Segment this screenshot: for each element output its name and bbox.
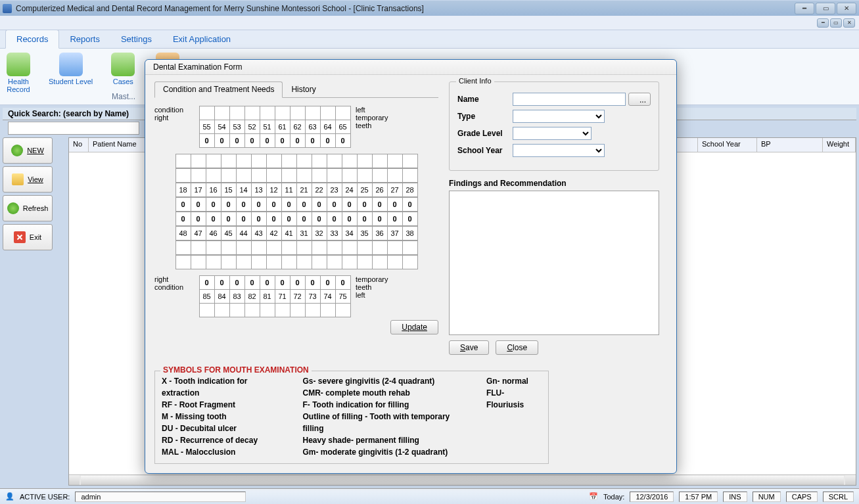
tooth-cell[interactable]: 0: [296, 197, 312, 212]
tooth-cell-empty[interactable]: [342, 168, 358, 183]
tab-reports[interactable]: Reports: [59, 30, 110, 48]
tooth-cell-empty[interactable]: [290, 106, 306, 120]
quick-search-input[interactable]: [8, 122, 139, 135]
tooth-cell[interactable]: 0: [199, 275, 215, 290]
tooth-cell-empty[interactable]: [372, 168, 388, 183]
tooth-cell-empty[interactable]: [266, 241, 282, 255]
schoolyear-select[interactable]: [513, 144, 605, 157]
tooth-cell[interactable]: 0: [260, 133, 275, 148]
tooth-cell-empty[interactable]: [260, 303, 275, 317]
tooth-cell-empty[interactable]: [221, 154, 237, 168]
tooth-cell[interactable]: 0: [305, 275, 321, 290]
child-maximize[interactable]: ▭: [830, 18, 842, 28]
ribbon-student-level[interactable]: Student Level: [49, 53, 93, 102]
tooth-cell[interactable]: 0: [327, 197, 342, 212]
tooth-cell-empty[interactable]: [327, 241, 342, 255]
tooth-cell-empty[interactable]: [372, 154, 388, 168]
tooth-cell-empty[interactable]: [251, 168, 267, 183]
tooth-cell-empty[interactable]: [327, 168, 342, 183]
tooth-cell-empty[interactable]: [342, 255, 358, 269]
tooth-cell-empty[interactable]: [312, 241, 327, 255]
tooth-cell-empty[interactable]: [402, 255, 418, 269]
tooth-cell[interactable]: 0: [281, 212, 297, 226]
tooth-cell-empty[interactable]: [305, 303, 321, 317]
tooth-cell-empty[interactable]: [372, 255, 388, 269]
tooth-cell[interactable]: 0: [251, 197, 267, 212]
tooth-cell-empty[interactable]: [244, 303, 260, 317]
tooth-cell-empty[interactable]: [221, 255, 237, 269]
type-select[interactable]: [513, 110, 605, 123]
tooth-cell[interactable]: 0: [320, 133, 336, 148]
tooth-cell-empty[interactable]: [357, 255, 373, 269]
tooth-cell[interactable]: 0: [357, 197, 373, 212]
tooth-cell[interactable]: 0: [312, 197, 327, 212]
tooth-cell[interactable]: 0: [320, 275, 336, 290]
tooth-cell-empty[interactable]: [335, 106, 351, 120]
tooth-cell-empty[interactable]: [320, 303, 336, 317]
tooth-cell-empty[interactable]: [175, 168, 191, 183]
tooth-cell[interactable]: 0: [296, 212, 312, 226]
tooth-cell-empty[interactable]: [275, 106, 290, 120]
tooth-cell[interactable]: 0: [281, 197, 297, 212]
tooth-cell-empty[interactable]: [229, 106, 245, 120]
tab-condition[interactable]: Condition and Treatment Needs: [154, 81, 283, 98]
tab-history[interactable]: History: [283, 81, 324, 97]
tooth-cell-empty[interactable]: [206, 255, 221, 269]
tooth-cell-empty[interactable]: [275, 303, 290, 317]
tooth-cell[interactable]: 0: [229, 133, 245, 148]
tooth-cell-empty[interactable]: [251, 154, 267, 168]
tooth-cell[interactable]: 0: [266, 197, 282, 212]
tooth-cell[interactable]: 0: [387, 197, 403, 212]
tooth-cell-empty[interactable]: [244, 106, 260, 120]
tooth-cell[interactable]: 0: [327, 212, 342, 226]
tooth-cell[interactable]: 0: [290, 133, 306, 148]
tooth-cell-empty[interactable]: [175, 241, 191, 255]
tooth-cell-empty[interactable]: [199, 106, 215, 120]
tooth-cell-empty[interactable]: [296, 255, 312, 269]
tooth-cell-empty[interactable]: [221, 168, 237, 183]
exit-button[interactable]: Exit: [3, 224, 53, 250]
tooth-cell[interactable]: 0: [206, 212, 221, 226]
tooth-cell-empty[interactable]: [387, 255, 403, 269]
tooth-cell-empty[interactable]: [342, 241, 358, 255]
tooth-cell[interactable]: 0: [290, 275, 306, 290]
tooth-cell[interactable]: 0: [275, 275, 290, 290]
tooth-cell-empty[interactable]: [312, 168, 327, 183]
tooth-cell-empty[interactable]: [387, 168, 403, 183]
tab-settings[interactable]: Settings: [110, 30, 162, 48]
tooth-cell[interactable]: 0: [387, 212, 403, 226]
tooth-cell-empty[interactable]: [296, 168, 312, 183]
tooth-cell-empty[interactable]: [191, 241, 206, 255]
tooth-cell-empty[interactable]: [206, 154, 221, 168]
tooth-cell[interactable]: 0: [275, 133, 290, 148]
tooth-cell-empty[interactable]: [357, 154, 373, 168]
tooth-cell[interactable]: 0: [236, 212, 252, 226]
th-bp[interactable]: BP: [757, 138, 823, 152]
tooth-cell[interactable]: 0: [221, 197, 237, 212]
tooth-cell[interactable]: 0: [260, 275, 275, 290]
tooth-cell[interactable]: 0: [305, 133, 321, 148]
tab-records[interactable]: Records: [5, 30, 59, 49]
tooth-cell[interactable]: 0: [372, 197, 388, 212]
tooth-cell-empty[interactable]: [281, 154, 297, 168]
child-minimize[interactable]: ━: [817, 18, 829, 28]
tooth-cell-empty[interactable]: [327, 255, 342, 269]
tooth-cell[interactable]: 0: [214, 133, 230, 148]
tooth-cell-empty[interactable]: [236, 241, 252, 255]
tooth-cell-empty[interactable]: [236, 168, 252, 183]
minimize-button[interactable]: ━: [795, 3, 814, 14]
tooth-cell-empty[interactable]: [236, 255, 252, 269]
tooth-cell-empty[interactable]: [387, 154, 403, 168]
tooth-cell[interactable]: 0: [251, 212, 267, 226]
tooth-cell-empty[interactable]: [281, 241, 297, 255]
child-close[interactable]: ✕: [843, 18, 855, 28]
save-button[interactable]: Save: [449, 340, 489, 355]
tooth-cell-empty[interactable]: [372, 241, 388, 255]
update-button[interactable]: Update: [390, 320, 438, 334]
tooth-cell-empty[interactable]: [296, 241, 312, 255]
tooth-cell[interactable]: 0: [244, 275, 260, 290]
findings-textarea[interactable]: [449, 191, 659, 335]
th-schoolyear[interactable]: School Year: [698, 138, 757, 152]
tooth-cell-empty[interactable]: [402, 241, 418, 255]
tooth-cell-empty[interactable]: [296, 154, 312, 168]
